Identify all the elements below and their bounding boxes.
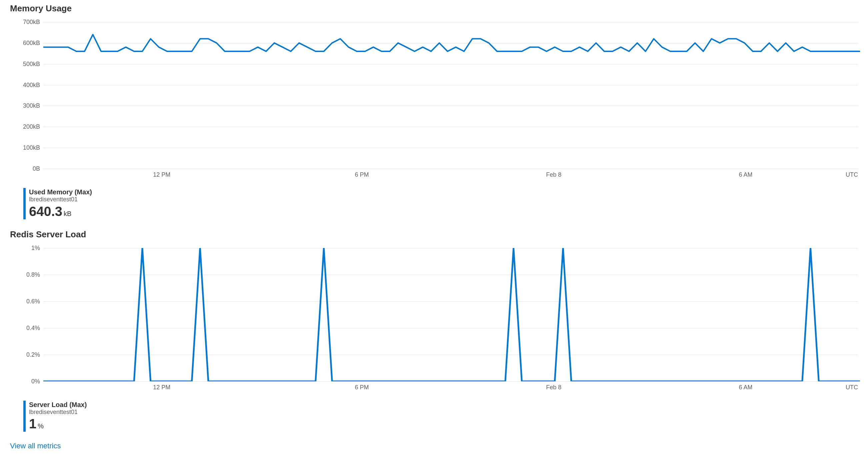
y-tick-label: 0.4% — [26, 324, 40, 331]
view-all-metrics-link[interactable]: View all metrics — [10, 442, 61, 450]
legend-text: Used Memory (Max) lbrediseventtest01 640… — [29, 188, 92, 219]
x-tick-label: 6 AM — [739, 384, 752, 391]
y-axis: 1%0.8%0.6%0.4%0.2%0% — [10, 248, 43, 381]
legend-unit: % — [38, 422, 44, 430]
timezone-label: UTC — [846, 171, 858, 178]
line-plot — [43, 248, 860, 381]
line-plot — [43, 22, 860, 169]
y-tick-label: 600kB — [23, 39, 40, 46]
legend-unit: kB — [64, 210, 71, 217]
chart-redis-server-load: Redis Server Load 1%0.8%0.6%0.4%0.2%0% 1… — [10, 229, 858, 432]
y-tick-label: 700kB — [23, 19, 40, 26]
x-tick-label: 6 PM — [355, 384, 369, 391]
y-tick-label: 100kB — [23, 144, 40, 151]
legend-value: 640.3 — [29, 204, 62, 219]
plot-region — [43, 248, 858, 381]
x-tick-label: Feb 8 — [546, 384, 561, 391]
y-tick-label: 0B — [33, 165, 40, 172]
legend-color-bar — [23, 188, 26, 219]
x-axis: 12 PM6 PMFeb 86 AMUTC — [43, 171, 858, 181]
y-axis: 700kB600kB500kB400kB300kB200kB100kB0B — [10, 22, 43, 169]
x-tick-label: 6 PM — [355, 171, 369, 178]
y-tick-label: 0.8% — [26, 271, 40, 278]
timezone-label: UTC — [846, 384, 858, 391]
plot-region — [43, 22, 858, 169]
grid-line — [43, 169, 858, 169]
x-tick-label: Feb 8 — [546, 171, 561, 178]
chart-title: Memory Usage — [10, 3, 858, 14]
legend-resource-name: lbrediseventtest01 — [29, 196, 92, 203]
series-line — [43, 248, 860, 381]
x-tick-label: 12 PM — [153, 384, 170, 391]
chart-title: Redis Server Load — [10, 229, 858, 240]
grid-line — [43, 381, 858, 382]
x-axis: 12 PM6 PMFeb 86 AMUTC — [43, 384, 858, 394]
y-tick-label: 0.2% — [26, 351, 40, 358]
y-tick-label: 400kB — [23, 81, 40, 88]
legend-metric-name: Server Load (Max) — [29, 401, 87, 409]
legend-metric-name: Used Memory (Max) — [29, 188, 92, 196]
legend-color-bar — [23, 401, 26, 432]
chart-memory-usage: Memory Usage 700kB600kB500kB400kB300kB20… — [10, 3, 858, 219]
y-tick-label: 0% — [31, 378, 40, 385]
legend-resource-name: lbrediseventtest01 — [29, 409, 87, 416]
y-tick-label: 1% — [31, 244, 40, 251]
y-tick-label: 200kB — [23, 123, 40, 130]
y-tick-label: 0.6% — [26, 298, 40, 305]
y-tick-label: 300kB — [23, 102, 40, 109]
chart-legend: Used Memory (Max) lbrediseventtest01 640… — [23, 188, 858, 219]
y-tick-label: 500kB — [23, 60, 40, 67]
chart-area: 700kB600kB500kB400kB300kB200kB100kB0B — [10, 22, 858, 169]
series-line — [43, 35, 860, 51]
chart-area: 1%0.8%0.6%0.4%0.2%0% — [10, 248, 858, 381]
x-tick-label: 12 PM — [153, 171, 170, 178]
legend-value: 1 — [29, 416, 36, 431]
chart-legend: Server Load (Max) lbrediseventtest01 1% — [23, 401, 858, 432]
x-tick-label: 6 AM — [739, 171, 752, 178]
legend-text: Server Load (Max) lbrediseventtest01 1% — [29, 401, 87, 432]
